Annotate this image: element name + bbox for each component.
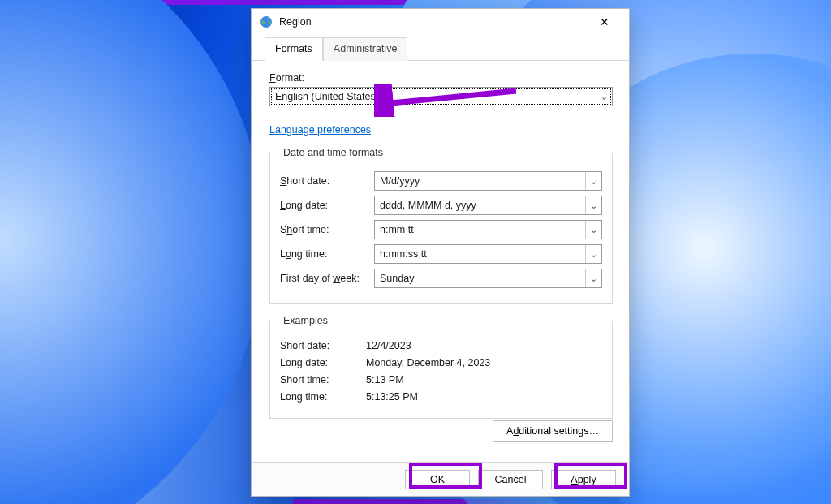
long-time-label: Long time: xyxy=(280,248,374,260)
short-date-select[interactable]: M/d/yyyy ⌄ xyxy=(374,171,602,191)
long-date-label: Long date: xyxy=(280,200,374,211)
examples-short-date-value: 12/4/2023 xyxy=(366,340,602,351)
desktop: Region ✕ Formats Administrative Format: … xyxy=(0,0,831,504)
tab-strip: Formats Administrative xyxy=(252,37,629,61)
first-day-label: First day of week: xyxy=(280,273,374,284)
short-time-label: Short time: xyxy=(280,224,374,235)
examples-short-time-value: 5:13 PM xyxy=(366,374,602,386)
examples-long-date-label: Long date: xyxy=(280,357,366,368)
titlebar: Region ✕ xyxy=(252,9,629,35)
first-day-select[interactable]: Sunday ⌄ xyxy=(374,269,602,288)
cancel-button[interactable]: Cancel xyxy=(478,470,543,489)
chevron-down-icon: ⌄ xyxy=(596,88,612,106)
long-time-value: h:mm:ss tt xyxy=(380,248,427,260)
chevron-down-icon: ⌄ xyxy=(585,269,601,287)
examples-long-time-label: Long time: xyxy=(280,391,366,403)
first-day-value: Sunday xyxy=(380,273,414,284)
date-time-formats-legend: Date and time formats xyxy=(280,147,386,158)
region-dialog: Region ✕ Formats Administrative Format: … xyxy=(251,8,630,497)
short-time-select[interactable]: h:mm tt ⌄ xyxy=(374,220,602,239)
dialog-footer: OK Cancel Apply xyxy=(252,462,629,496)
additional-settings-button[interactable]: Additional settings… xyxy=(493,420,613,442)
long-time-select[interactable]: h:mm:ss tt ⌄ xyxy=(374,244,602,264)
short-date-value: M/d/yyyy xyxy=(380,175,420,187)
chevron-down-icon: ⌄ xyxy=(585,245,601,263)
window-title: Region xyxy=(279,16,312,28)
globe-icon xyxy=(260,15,273,28)
format-label: Format: xyxy=(269,72,613,84)
examples-group: Examples Short date: 12/4/2023 Long date… xyxy=(269,315,613,419)
chevron-down-icon: ⌄ xyxy=(585,172,601,190)
examples-legend: Examples xyxy=(280,315,331,326)
format-select[interactable]: English (United States) ⌄ xyxy=(269,87,613,106)
examples-short-date-label: Short date: xyxy=(280,340,366,351)
short-date-label: Short date: xyxy=(280,175,374,187)
close-icon: ✕ xyxy=(600,15,609,28)
tab-formats[interactable]: Formats xyxy=(265,37,323,61)
apply-button[interactable]: Apply xyxy=(551,470,616,489)
close-button[interactable]: ✕ xyxy=(587,11,622,33)
chevron-down-icon: ⌄ xyxy=(585,196,601,214)
examples-short-time-label: Short time: xyxy=(280,374,366,386)
examples-long-date-value: Monday, December 4, 2023 xyxy=(366,357,602,368)
long-date-select[interactable]: dddd, MMMM d, yyyy ⌄ xyxy=(374,196,602,215)
format-select-value: English (United States) xyxy=(275,91,379,102)
language-preferences-link[interactable]: Language preferences xyxy=(269,124,371,136)
long-date-value: dddd, MMMM d, yyyy xyxy=(380,200,476,211)
examples-long-time-value: 5:13:25 PM xyxy=(366,391,602,403)
date-time-formats-group: Date and time formats Short date: M/d/yy… xyxy=(269,147,613,304)
chevron-down-icon: ⌄ xyxy=(585,221,601,239)
ok-button[interactable]: OK xyxy=(405,470,470,489)
tab-administrative[interactable]: Administrative xyxy=(323,37,408,61)
short-time-value: h:mm tt xyxy=(380,224,414,235)
